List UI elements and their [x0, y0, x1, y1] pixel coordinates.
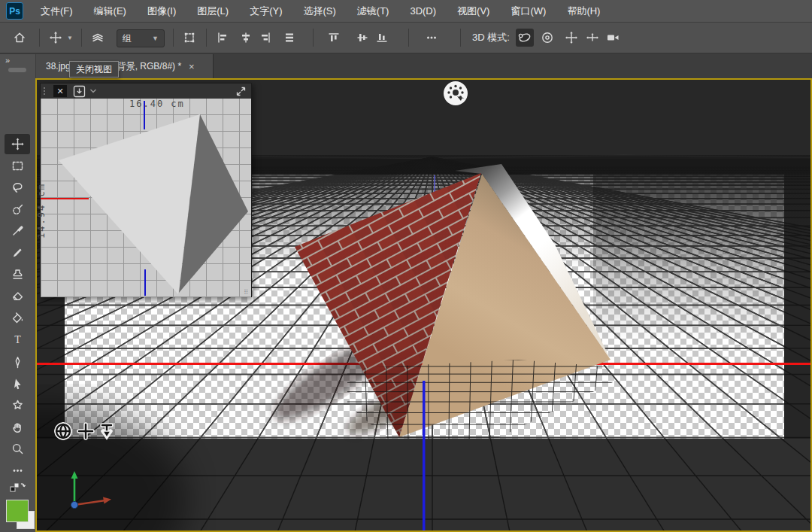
3d-mode-label: 3D 模式:	[472, 31, 510, 44]
menu-help[interactable]: 帮助(H)	[556, 0, 611, 23]
secondary-view-titlebar[interactable]: ✕	[41, 84, 251, 99]
menu-select[interactable]: 选择(S)	[292, 0, 346, 23]
chevron-down-icon[interactable]: ▼	[67, 35, 73, 41]
clone-stamp-tool[interactable]	[5, 264, 30, 284]
menu-filter[interactable]: 滤镜(T)	[347, 0, 400, 23]
document-canvas[interactable]: ✕ 16.40 cm 14.94 cm ⠿	[35, 78, 812, 532]
x-axis-tick	[41, 198, 89, 199]
home-icon[interactable]	[11, 29, 29, 47]
3d-axis-widget[interactable]	[47, 441, 137, 516]
3d-dolly-camera-icon[interactable]	[604, 29, 623, 47]
x-axis-arrow	[103, 497, 111, 504]
chevron-down-icon[interactable]	[89, 88, 97, 94]
plus-icon	[79, 424, 92, 438]
more-tools-icon[interactable]	[5, 461, 30, 481]
lasso-tool[interactable]	[5, 178, 30, 198]
default-swap-colors-icon[interactable]	[5, 480, 30, 495]
rectangular-marquee-tool[interactable]	[5, 156, 30, 176]
3d-slide-icon[interactable]	[583, 29, 601, 47]
align-right-icon[interactable]	[256, 29, 274, 47]
document-tab-bar: 38.jpg (背景, RGB/8#) * ×	[35, 54, 812, 78]
brush-tool[interactable]	[5, 242, 30, 263]
swap-main-view-icon[interactable]	[73, 85, 86, 98]
more-options-icon[interactable]	[423, 29, 441, 47]
foreground-color-swatch[interactable]	[6, 500, 29, 522]
path-selection-tool[interactable]	[5, 374, 30, 394]
eraser-tool[interactable]	[5, 286, 30, 306]
custom-shape-tool[interactable]	[5, 395, 30, 415]
pen-tool[interactable]	[5, 352, 30, 372]
toolbar-collapse-button[interactable]: »	[5, 56, 11, 65]
paint-bucket-tool[interactable]	[5, 308, 30, 328]
tab-close-icon[interactable]: ×	[189, 61, 195, 72]
tool-bar: » T	[0, 54, 35, 532]
tab-filename: 38.jpg	[46, 61, 71, 71]
options-bar: ▼ 组 ▼ 3D 模式:	[0, 23, 812, 54]
3d-roll-icon[interactable]	[538, 29, 556, 47]
z-axis-dot	[71, 501, 77, 508]
menu-file[interactable]: 文件(F)	[30, 0, 83, 23]
secondary-view-canvas[interactable]: 16.40 cm 14.94 cm ⠿	[41, 99, 251, 297]
ground-plane-controls[interactable]	[47, 418, 159, 444]
y-axis-arrow	[71, 471, 78, 479]
x-axis	[74, 500, 105, 505]
svg-text:T: T	[14, 334, 21, 345]
3d-pan-icon[interactable]	[562, 29, 580, 47]
chevron-down-icon: ▼	[152, 35, 159, 42]
pyramid-top-face	[59, 114, 200, 294]
align-v-center-icon[interactable]	[353, 29, 371, 47]
align-left-icon[interactable]	[214, 29, 232, 47]
menu-layer[interactable]: 图层(L)	[186, 0, 239, 23]
tooltip: 关闭视图	[69, 61, 119, 78]
zoom-tool[interactable]	[5, 439, 30, 459]
height-measurement-label: 14.94 cm	[36, 183, 47, 239]
photoshop-window: Ps 文件(F) 编辑(E) 图像(I) 图层(L) 文字(Y) 选择(S) 滤…	[0, 0, 812, 532]
z-axis-tick	[144, 101, 145, 129]
secondary-view-panel[interactable]: ✕ 16.40 cm 14.94 cm ⠿	[40, 83, 252, 297]
secondary-view-close-icon[interactable]: ✕	[53, 85, 67, 97]
distribute-icon[interactable]	[280, 29, 298, 47]
align-top-icon[interactable]	[325, 29, 343, 47]
tab-doc-info: (背景, RGB/8#) *	[114, 60, 181, 73]
z-axis-tick	[144, 269, 146, 296]
menu-image[interactable]: 图像(I)	[137, 0, 186, 23]
menu-view[interactable]: 视图(V)	[447, 0, 500, 23]
move-tool[interactable]	[5, 134, 30, 154]
move-icon[interactable]	[47, 29, 65, 47]
transform-controls-icon[interactable]	[180, 29, 198, 47]
3d-orbit-icon[interactable]	[516, 29, 534, 47]
eyedropper-tool[interactable]	[5, 220, 30, 241]
width-measurement-label: 16.40 cm	[129, 99, 185, 109]
type-tool[interactable]: T	[5, 330, 30, 350]
menu-3d[interactable]: 3D(D)	[399, 0, 447, 23]
toolbar-grip[interactable]	[8, 68, 26, 72]
align-h-center-icon[interactable]	[237, 29, 255, 47]
auto-select-target-dropdown[interactable]: 组 ▼	[117, 29, 165, 47]
menu-bar: Ps 文件(F) 编辑(E) 图像(I) 图层(L) 文字(Y) 选择(S) 滤…	[0, 0, 812, 23]
3d-light-widget[interactable]	[442, 80, 469, 107]
menu-edit[interactable]: 编辑(E)	[83, 0, 137, 23]
menu-type[interactable]: 文字(Y)	[239, 0, 292, 23]
resize-view-icon[interactable]	[235, 86, 247, 97]
photoshop-logo: Ps	[6, 2, 23, 20]
align-bottom-icon[interactable]	[373, 29, 391, 47]
quick-selection-tool[interactable]	[5, 199, 30, 220]
hand-tool[interactable]	[5, 418, 30, 438]
panel-resize-grip[interactable]: ⠿	[244, 289, 249, 296]
document-tab[interactable]: 38.jpg (背景, RGB/8#) * ×	[36, 54, 214, 78]
menu-window[interactable]: 窗口(W)	[500, 0, 556, 23]
panel-grip-icon	[43, 86, 47, 96]
auto-select-layers-icon[interactable]	[89, 29, 107, 47]
